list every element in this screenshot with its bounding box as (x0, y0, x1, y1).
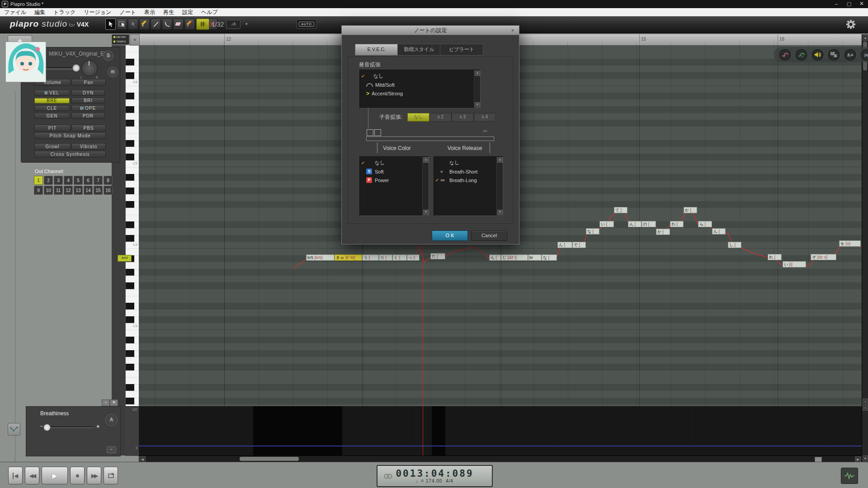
horizontal-scroll-thumb[interactable] (240, 457, 299, 461)
note[interactable]: た [ (430, 253, 445, 259)
note[interactable]: ん [ (489, 254, 501, 261)
list-item-Mild/Soft[interactable]: ✔Mild/Soft (360, 80, 395, 89)
breathiness-slider-track[interactable] (45, 427, 94, 428)
cross-synthesis-button[interactable]: Cross Synthesis (34, 151, 106, 158)
param-pbs[interactable]: PBS (71, 125, 106, 131)
note[interactable]: ら [ (698, 221, 712, 227)
tab-3[interactable]: ビブラート (440, 44, 483, 56)
list-item-Power[interactable]: ✔PPower (360, 176, 389, 184)
scroll-down-icon[interactable]: ▼ (475, 102, 480, 108)
menu-item-ヘルプ[interactable]: ヘルプ (197, 9, 222, 16)
menu-item-リージョン[interactable]: リージョン (80, 9, 115, 16)
loop-button[interactable] (104, 467, 118, 484)
pan-knob[interactable] (81, 60, 98, 76)
scroll-down-icon[interactable]: ▼ (423, 210, 429, 215)
stop-button[interactable]: ■ (70, 467, 85, 484)
solo-button[interactable]: S (103, 51, 113, 61)
black-key[interactable] (126, 384, 134, 391)
black-key[interactable] (126, 72, 134, 79)
close-button[interactable]: ✕ (855, 0, 868, 8)
lane-dropdown-button[interactable]: ▼ (110, 399, 118, 406)
volume-slider-handle[interactable] (72, 64, 80, 72)
dialog-title[interactable]: ノートの設定 (342, 26, 519, 35)
menu-item-ファイル[interactable]: ファイル (0, 9, 30, 16)
control-point-tool-button[interactable] (8, 423, 20, 436)
black-key[interactable] (126, 221, 134, 228)
black-key[interactable] (126, 364, 134, 371)
note[interactable]: ん [ (628, 221, 642, 227)
menu-item-トラック[interactable]: トラック (49, 9, 80, 16)
list-item-なし[interactable]: ✔なし (360, 159, 385, 167)
scroll-down-icon[interactable]: ▼ (863, 455, 868, 461)
note[interactable]: きゅ [k' M] (335, 254, 362, 261)
breathiness-plus[interactable]: + (96, 423, 100, 430)
menu-item-設定[interactable]: 設定 (178, 9, 197, 16)
consonant-checkbox-1[interactable] (367, 129, 373, 136)
consonant-checkbox-2[interactable] (374, 129, 381, 136)
menu-item-再生[interactable]: 再生 (159, 9, 178, 16)
ok-button[interactable]: O K (432, 230, 468, 241)
black-key[interactable] (126, 337, 134, 343)
consonant-2[interactable]: x 2 (429, 113, 452, 122)
param-pit[interactable]: PIT (34, 125, 71, 131)
black-key[interactable] (126, 398, 134, 404)
black-key[interactable] (126, 93, 134, 99)
note[interactable]: う [ (362, 254, 379, 261)
param-gen[interactable]: GEN (34, 113, 70, 119)
menu-item-表示[interactable]: 表示 (140, 9, 159, 16)
forward-button[interactable]: ▶▶ (87, 467, 101, 484)
list-item-Breath-Short[interactable]: ✔»Breath-Short (434, 167, 477, 176)
page-button[interactable]: ▪ (863, 405, 868, 411)
eraser-tool[interactable] (173, 19, 184, 30)
channel-16[interactable]: 16 (104, 186, 113, 195)
pitch-snap-mode-button[interactable]: Pitch Snap Mode (34, 132, 106, 139)
lane-add-button[interactable]: + (102, 399, 110, 406)
scroll-up-icon[interactable]: ▲ (497, 157, 503, 163)
channel-5[interactable]: 5 (74, 176, 83, 185)
note[interactable]: っ [: (407, 254, 420, 261)
note[interactable]: な [ (586, 228, 599, 235)
param-bri[interactable]: BRI (71, 98, 105, 103)
note[interactable]: ん [ (557, 242, 572, 248)
channel-3[interactable]: 3 (54, 176, 63, 185)
param-dyn[interactable]: DYN (71, 90, 105, 96)
pitch-curve-icon[interactable] (778, 48, 792, 61)
note[interactable]: ぞ [dz o] (811, 254, 836, 260)
black-key[interactable] (126, 154, 134, 160)
marquee-select-tool[interactable] (117, 19, 127, 30)
waveform-view-button[interactable] (841, 468, 858, 484)
tab-2[interactable]: 歌唱スタイル (397, 44, 441, 56)
note[interactable]: を [o] (839, 240, 861, 247)
growl-button[interactable]: Growl (34, 143, 71, 150)
vertical-scrollbar[interactable]: ▲ ▪ ▪ ▼ (862, 34, 868, 462)
black-key[interactable] (126, 282, 134, 289)
listbox-scrollbar[interactable]: ▲▼ (474, 70, 480, 108)
channel-8[interactable]: 8 (104, 176, 113, 185)
channel-6[interactable]: 6 (84, 176, 93, 185)
settings-gear-icon[interactable] (845, 19, 856, 30)
play-button[interactable]: ▶ (42, 467, 68, 484)
page-button[interactable]: ▪ (863, 399, 868, 404)
black-key[interactable] (126, 350, 134, 357)
black-key[interactable] (126, 188, 134, 194)
pencil-tool[interactable] (139, 19, 150, 30)
speaker-icon[interactable] (811, 48, 824, 61)
note[interactable]: り [ (379, 254, 392, 261)
note[interactable]: て [ (614, 207, 627, 213)
mute-button[interactable]: m (108, 67, 118, 77)
pen-tool[interactable] (184, 19, 195, 30)
note[interactable]: br (528, 254, 542, 261)
black-key[interactable] (126, 303, 134, 310)
channel-9[interactable]: 9 (34, 186, 43, 195)
snap-value[interactable]: 1/32 (212, 21, 224, 28)
breathiness-minus[interactable]: − (40, 423, 43, 429)
note[interactable]: で [ (572, 242, 586, 248)
note[interactable]: わ [ (670, 221, 684, 227)
voice-color-listbox[interactable]: ✔なし✔SSoft✔PPower▲▼ (359, 156, 429, 216)
note[interactable]: ん [ (712, 228, 726, 235)
scroll-down-icon[interactable]: ▼ (497, 210, 503, 215)
meter-tempo-button[interactable]: METER TEMPO (112, 34, 129, 45)
listbox-scrollbar[interactable]: ▲▼ (422, 157, 429, 216)
channel-15[interactable]: 15 (94, 186, 103, 195)
note[interactable]: br5 [br5] (306, 254, 335, 261)
